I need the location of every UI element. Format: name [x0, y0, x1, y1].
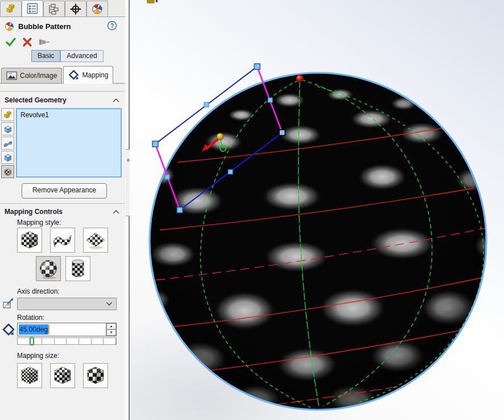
sphere-shading	[150, 73, 486, 410]
graphics-viewport[interactable]	[130, 0, 504, 420]
axis-direction-icon	[2, 297, 15, 310]
appearance-ball-icon	[5, 22, 14, 31]
mode-toggle: Basic Advanced	[31, 50, 104, 62]
chevron-up-icon[interactable]	[111, 209, 121, 215]
part-icon	[3, 110, 13, 120]
manipulator-corner-handle[interactable]	[177, 207, 183, 213]
manipulator-midpoint-handle[interactable]	[165, 175, 170, 179]
property-manager-header: Bubble Pattern ?	[0, 19, 125, 33]
filter-surface-button[interactable]	[1, 137, 14, 150]
mapping-size-row	[17, 363, 108, 388]
mapping-style-row-1	[17, 228, 108, 253]
svg-text:?: ?	[110, 22, 114, 29]
surface-icon	[3, 138, 13, 149]
filter-feature-texture-button[interactable]	[1, 165, 14, 178]
mapping-style-label: Mapping style:	[17, 219, 61, 227]
geometry-filter-column	[1, 108, 14, 178]
checkered-sphere-icon	[38, 258, 59, 279]
mapping-style-spherical-button[interactable]	[36, 256, 61, 281]
manipulator-corner-handle[interactable]	[152, 141, 158, 147]
pole-handle[interactable]	[296, 75, 304, 83]
medium-checkered-cube-icon	[52, 365, 73, 386]
rotation-input[interactable]: 45.00deg ▲ ▼	[17, 323, 117, 336]
property-manager-actions	[0, 35, 125, 49]
mapping-size-label: Mapping size:	[17, 352, 59, 360]
solid-body-icon	[3, 124, 13, 134]
manipulator-midpoint-handle[interactable]	[228, 170, 233, 174]
manager-tab-bar	[0, 0, 125, 17]
tab-dimxpertmanager[interactable]	[65, 1, 86, 17]
manipulator-midpoint-handle[interactable]	[204, 102, 209, 107]
triad-origin-ball[interactable]	[217, 133, 224, 140]
mapping-style-cylindrical-button[interactable]	[65, 256, 90, 281]
list-item-revolve1[interactable]: Revolve1	[17, 109, 121, 121]
rotation-slider[interactable]	[17, 337, 117, 345]
help-icon[interactable]: ?	[107, 20, 117, 31]
rotation-value: 45.00deg	[19, 324, 48, 335]
tab-configurationmanager[interactable]	[43, 1, 65, 17]
advanced-button[interactable]: Advanced	[60, 50, 103, 62]
mapping-style-surface-button[interactable]	[83, 228, 108, 253]
mapping-size-large-button[interactable]	[83, 363, 108, 388]
manipulator-corner-handle[interactable]	[279, 130, 285, 135]
axis-direction-label: Axis direction:	[17, 287, 60, 295]
manipulator-midpoint-handle[interactable]	[268, 98, 272, 102]
ok-button[interactable]	[5, 36, 16, 48]
bubble	[414, 375, 455, 401]
target-icon	[70, 3, 81, 15]
mapping-size-small-button[interactable]	[17, 363, 42, 388]
manipulator-corner-handle[interactable]	[254, 64, 260, 69]
tab-color-image[interactable]: Color/Image	[1, 68, 62, 83]
tab-mapping[interactable]: Mapping	[63, 66, 113, 84]
spin-up-button[interactable]: ▲	[106, 323, 116, 330]
rotation-spinner: ▲ ▼	[106, 323, 116, 336]
checkered-flag-icon	[52, 229, 73, 251]
filter-body-button[interactable]	[1, 151, 14, 164]
mapping-style-projection-button[interactable]	[50, 228, 75, 253]
tab-displaymanager[interactable]	[86, 1, 108, 17]
mapping-style-row-2	[36, 256, 90, 281]
cancel-button[interactable]	[22, 36, 33, 48]
remove-appearance-button[interactable]: Remove Appearance	[22, 183, 107, 199]
spin-down-button[interactable]: ▼	[106, 330, 116, 336]
separator	[0, 91, 125, 92]
configuration-manager-icon	[48, 3, 60, 15]
mapping-controls-title: Mapping Controls	[5, 208, 63, 216]
tab-mapping-label: Mapping	[82, 71, 108, 79]
axis-direction-select[interactable]	[17, 298, 117, 310]
pin-button[interactable]	[38, 37, 51, 47]
selected-geometry-list[interactable]: Revolve1	[16, 108, 122, 178]
filter-solid-body-button[interactable]	[1, 122, 14, 135]
mapping-controls-header[interactable]: Mapping Controls	[0, 206, 125, 217]
appearance-page-tabs: Color/Image Mapping	[0, 66, 125, 84]
basic-button[interactable]: Basic	[31, 50, 60, 62]
display-manager-ball-icon	[92, 3, 103, 15]
chevron-up-icon[interactable]	[111, 97, 121, 103]
tab-propertymanager[interactable]	[22, 0, 43, 17]
textured-body-icon	[3, 167, 13, 177]
small-checkered-cube-icon	[19, 365, 40, 386]
rotation-mapping-icon	[2, 323, 15, 336]
filter-part-button[interactable]	[1, 108, 14, 121]
part-icon	[5, 3, 17, 15]
selected-geometry-title: Selected Geometry	[5, 96, 67, 104]
separator	[0, 203, 125, 204]
rotation-label: Rotation:	[17, 314, 44, 322]
tab-color-image-label: Color/Image	[20, 72, 57, 80]
mapping-size-medium-button[interactable]	[50, 363, 75, 388]
property-manager-icon	[27, 3, 38, 14]
checkered-cube-icon	[19, 229, 40, 251]
selected-geometry-header[interactable]: Selected Geometry	[0, 94, 125, 106]
body-icon	[3, 153, 13, 163]
mapping-style-automatic-button[interactable]	[17, 228, 42, 253]
tab-featuremanager[interactable]	[0, 1, 22, 17]
checkered-cylinder-icon	[67, 258, 89, 279]
image-icon	[6, 71, 17, 80]
chevron-down-icon	[106, 302, 113, 306]
solidworks-window: Bubble Pattern ? Basic Adv	[0, 0, 504, 420]
checkered-diamond-icon	[85, 229, 106, 251]
bubble	[451, 332, 497, 364]
mapping-icon	[68, 69, 79, 80]
viewport-canvas[interactable]	[130, 0, 504, 420]
rotation-slider-thumb[interactable]	[30, 337, 34, 345]
